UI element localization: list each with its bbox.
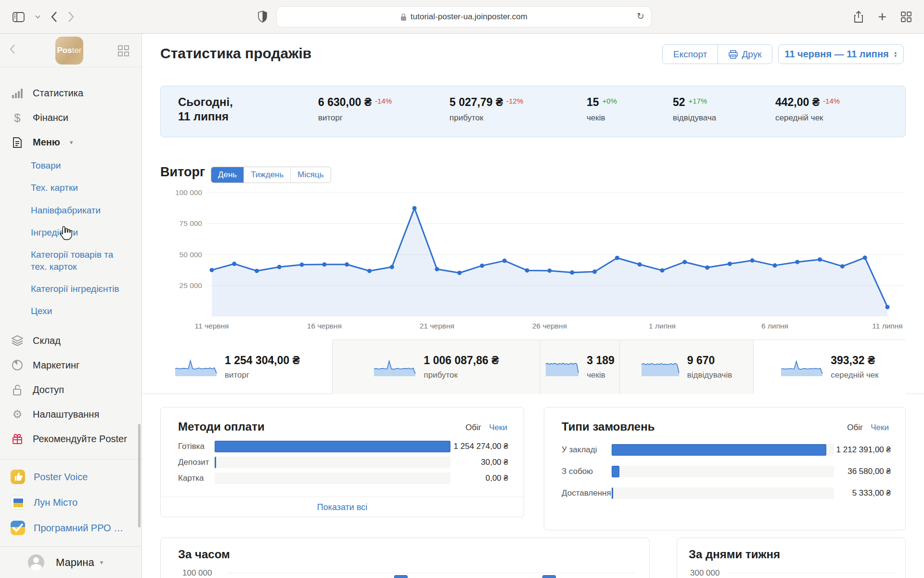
layers-icon [11,335,24,346]
payment-row-deposit: Депозит 30,00 ₴ [178,456,508,469]
lock-open-icon [11,384,24,395]
svg-text:100 000: 100 000 [175,188,202,197]
payment-methods-panel: Методи оплати Обіг Чеки Готівка 1 254 27… [160,407,524,517]
svg-text:21 червня: 21 червня [420,322,454,330]
browser-chrome: tutorial-poster-ua.joinposter.com ↻ + [0,0,924,34]
sidebar-app-prro[interactable]: Програмний РРО … [0,515,141,541]
sidebar-item-statistics[interactable]: Статистика [0,81,141,105]
collapse-sidebar-icon[interactable] [10,44,15,54]
poster-logo[interactable]: Poster [55,37,83,65]
sidebar-item-stock[interactable]: Склад [0,328,141,353]
today-stat-visitors: 52+17% відвідувача [673,96,716,123]
panel-title: Методи оплати [178,420,265,434]
payment-row-card: Картка 0,00 ₴ [178,472,508,485]
pie-icon [11,360,24,370]
new-tab-icon[interactable]: + [878,12,886,22]
panel-title: За днями тижня [689,548,780,561]
today-title: Сьогодні,11 липня [178,95,233,124]
sidebar-item-settings[interactable]: ⚙ Налаштування [0,402,141,427]
document-icon [11,137,24,148]
today-stat-receipts: 15+0% чеків [587,96,617,123]
main-content: Статистика продажів Експорт Друк 11 черв… [142,34,924,578]
by-time-panel: За часом 100 000 [160,538,650,578]
today-summary-bar: Сьогодні,11 липня 6 630,00 ₴-14% виторг … [160,86,906,137]
print-button[interactable]: Друк [718,45,772,64]
total-profit[interactable]: 1 006 087,86 ₴прибуток [332,340,540,394]
gridline [727,573,896,573]
date-range-select[interactable]: 11 червня — 11 липня ▲▼ [778,44,904,64]
sidebar-item-semi-finished[interactable]: Напівфабрикати [0,199,141,222]
today-stat-avg-receipt: 442,00 ₴-14% середній чек [775,96,840,123]
sidebar-item-finance[interactable]: $ Фінанси [0,105,141,130]
user-name: Марина [56,556,94,569]
apps-grid-icon[interactable] [118,45,129,56]
total-receipts[interactable]: 3 189чеків [540,340,619,394]
bar [542,575,556,578]
share-icon[interactable] [854,11,863,23]
sidebar-app-poster-voice[interactable]: Poster Voice [0,464,141,490]
today-stat-profit: 5 027,79 ₴-12% прибуток [449,96,523,123]
url-text: tutorial-poster-ua.joinposter.com [411,12,527,22]
forward-icon[interactable] [68,12,74,22]
svg-text:1 липня: 1 липня [649,322,676,330]
poster-voice-icon [11,470,25,484]
toggle-receipts[interactable]: Чеки [871,423,889,433]
total-avg-receipt[interactable]: 393,32 ₴середній чек [753,340,906,394]
sort-arrows-icon: ▲▼ [894,51,898,58]
svg-text:26 червня: 26 червня [532,322,567,330]
sparkline [373,357,416,377]
dollar-icon: $ [11,111,24,125]
sidebar-item-access[interactable]: Доступ [0,378,141,402]
user-menu[interactable]: Марина ▾ [0,546,141,578]
sidebar-item-menu[interactable]: Меню ▾ [0,130,141,155]
revenue-chart-title: Виторг [160,165,205,180]
order-types-panel: Типи замовлень Обіг Чеки У закладі 1 212… [544,407,906,530]
back-icon[interactable] [51,12,57,22]
y-axis-label: 100 000 [182,568,212,578]
sidebar-item-ingredients[interactable]: Інгредієнти [0,222,141,244]
svg-text:25 000: 25 000 [180,281,203,289]
order-row-takeaway: З собою 36 580,00 ₴ [562,465,891,478]
toggle-turnover[interactable]: Обіг [847,423,863,433]
export-button[interactable]: Експорт [663,45,718,64]
gift-icon [11,434,24,444]
revenue-line-chart: 100 00075 00050 00025 00011 червня16 чер… [162,178,908,332]
panel-title: За часом [178,548,230,561]
sidebar-header: Poster [0,34,141,67]
total-visitors[interactable]: 9 670відвідувачів [619,340,753,394]
order-row-delivery: Доставлення 5 333,00 ₴ [562,487,891,499]
sidebar-divider [0,459,141,460]
url-bar[interactable]: tutorial-poster-ua.joinposter.com ↻ [276,6,652,27]
by-weekday-panel: За днями тижня 300 000 [677,538,906,578]
sidebar-item-workshops[interactable]: Цехи [0,300,141,322]
y-axis-label: 300 000 [690,568,719,578]
sidebar: Poster Статистика $ Фінанси Меню ▾ Товар [0,34,142,578]
sidebar-item-tech-cards[interactable]: Тех. картки [0,177,141,199]
page-title: Статистика продажів [160,45,311,62]
total-revenue[interactable]: 1 254 304,00 ₴виторг [142,340,332,394]
svg-text:11 червня: 11 червня [195,322,229,330]
sidebar-toggle-icon[interactable] [13,12,25,22]
sidebar-item-ingredient-categories[interactable]: Категорії інгредієнтів [0,278,141,300]
toggle-turnover[interactable]: Обіг [465,423,481,433]
sparkline [175,357,217,377]
reload-icon[interactable]: ↻ [637,11,644,22]
order-row-inhouse: У закладі 1 212 391,00 ₴ [562,444,891,456]
svg-text:6 липня: 6 липня [761,322,788,330]
export-print-group: Експорт Друк [662,44,772,64]
avatar [28,554,44,571]
tab-grid-icon[interactable] [901,12,911,22]
sidebar-item-marketing[interactable]: Маркетинг [0,353,141,378]
svg-text:50 000: 50 000 [180,250,203,259]
show-all-link[interactable]: Показати всі [161,497,524,518]
sidebar-item-product-categories[interactable]: Категорії товарів та тех. карток [0,244,128,278]
toggle-receipts[interactable]: Чеки [489,423,507,433]
sidebar-item-recommend[interactable]: Рекомендуйте Poster [0,427,141,451]
sidebar-item-products[interactable]: Товари [0,155,141,177]
sidebar-app-lun-misto[interactable]: Лун Місто [0,490,141,515]
prro-icon [11,521,25,535]
shield-icon[interactable] [258,11,267,23]
sidebar-scrollbar[interactable] [138,424,141,527]
chevron-down-icon[interactable] [35,15,40,19]
sparkline [545,357,579,377]
